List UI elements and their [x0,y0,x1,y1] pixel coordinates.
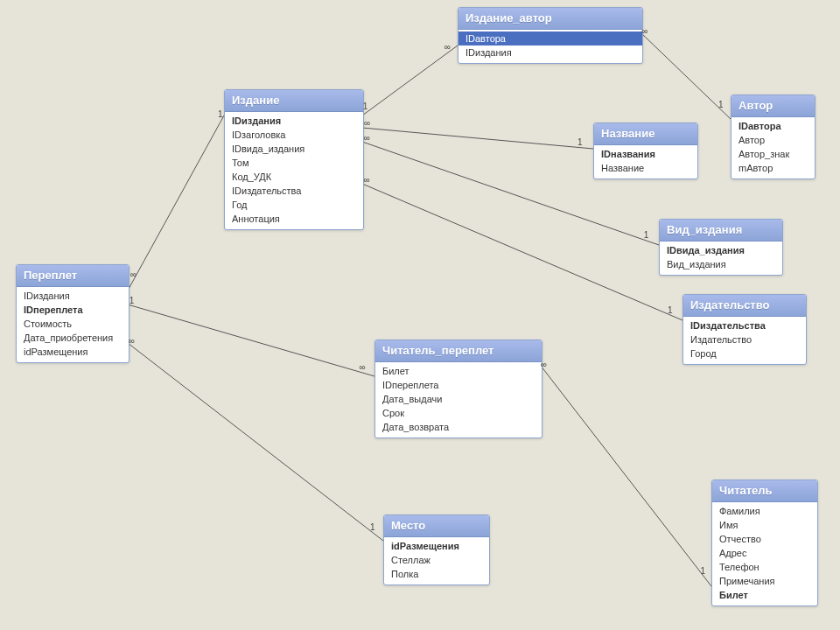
table-title: Место [384,515,489,537]
field[interactable]: Код_УДК [225,170,363,184]
svg-line-6 [128,304,374,376]
table-izdatelstvo[interactable]: Издательство IDиздательстваИздательствоГ… [682,294,807,365]
table-fields: IDназванияНазвание [594,145,697,178]
field[interactable]: Телефон [712,560,817,574]
svg-line-8 [541,366,711,586]
field[interactable]: Фамилия [712,504,817,518]
table-fields: IDавтораIDиздания [458,30,642,63]
svg-line-4 [362,184,682,320]
cardinality-label: 1 [130,296,135,305]
field[interactable]: Дата_выдачи [375,392,542,406]
field[interactable]: Автор_знак [732,147,815,161]
field[interactable]: Город [683,346,806,360]
cardinality-label: 1 [370,522,375,532]
table-fields: IDиздательстваИздательствоГород [683,317,806,364]
table-izdanie-avtor[interactable]: Издание_автор IDавтораIDиздания [458,7,643,64]
field[interactable]: IDвида_издания [225,142,363,156]
table-title: Автор [732,95,815,117]
cardinality-label: ∞ [364,175,370,185]
table-fields: ФамилияИмяОтчествоАдресТелефонПримечания… [712,502,817,606]
cardinality-label: 1 [644,230,649,240]
table-chitatel-pereplet[interactable]: Читатель_переплет БилетIDпереплетаДата_в… [374,340,542,438]
svg-line-2 [362,128,593,149]
cardinality-label: 1 [718,100,724,109]
cardinality-label: ∞ [364,118,370,128]
field[interactable]: Издательство [683,332,806,346]
field[interactable]: Дата_возврата [375,420,542,434]
svg-line-0 [362,46,458,116]
cardinality-label: ∞ [360,362,366,372]
field[interactable]: Имя [712,518,817,532]
field[interactable]: IDиздания [225,114,363,128]
diagram-canvas: Переплет IDизданияIDпереплетаСтоимостьДа… [0,0,840,630]
table-nazvanie[interactable]: Название IDназванияНазвание [593,122,698,179]
field[interactable]: Полка [384,567,489,581]
table-fields: IDвида_изданияВид_издания [660,242,782,275]
field[interactable]: Стеллаж [384,553,489,567]
field[interactable]: IDпереплета [375,378,542,392]
table-fields: IDизданияIDпереплетаСтоимостьДата_приобр… [17,287,129,362]
field[interactable]: IDназвания [594,147,697,161]
table-title: Издание [225,90,363,112]
table-fields: IDавтораАвторАвтор_знакmАвтор [732,117,815,178]
field[interactable]: Том [225,156,363,170]
field[interactable]: IDавтора [458,32,642,46]
svg-line-7 [128,343,383,541]
cardinality-label: ∞ [364,133,370,143]
field[interactable]: Билет [375,364,542,378]
field[interactable]: Стоимость [17,317,129,331]
field[interactable]: IDиздания [458,46,642,60]
table-vid-izdania[interactable]: Вид_издания IDвида_изданияВид_издания [659,219,783,276]
table-title: Название [594,123,697,145]
svg-line-5 [128,116,224,290]
table-avtor[interactable]: Автор IDавтораАвторАвтор_знакmАвтор [731,94,816,179]
cardinality-label: 1 [668,305,673,315]
svg-line-1 [641,33,731,119]
cardinality-label: ∞ [444,42,451,52]
field[interactable]: Отчество [712,532,817,546]
cardinality-label: 1 [700,566,705,576]
field[interactable]: idРазмещения [17,345,129,359]
field[interactable]: Дата_приобретения [17,331,129,345]
field[interactable]: IDзаголовка [225,128,363,142]
table-chitatel[interactable]: Читатель ФамилияИмяОтчествоАдресТелефонП… [711,480,818,606]
field[interactable]: IDавтора [732,119,815,133]
table-title: Переплет [17,265,129,287]
cardinality-label: 1 [578,137,583,147]
table-title: Вид_издания [660,220,782,242]
field[interactable]: Автор [732,133,815,147]
table-mesto[interactable]: Место idРазмещенияСтеллажПолка [383,514,490,585]
cardinality-label: ∞ [130,270,136,279]
table-fields: БилетIDпереплетаДата_выдачиСрокДата_возв… [375,362,542,438]
table-title: Читатель_переплет [375,340,542,362]
field[interactable]: Аннотация [225,212,363,226]
table-fields: idРазмещенияСтеллажПолка [384,537,489,584]
table-fields: IDизданияIDзаголовкаIDвида_изданияТомКод… [225,112,363,229]
field[interactable]: Адрес [712,546,817,560]
field[interactable]: idРазмещения [384,539,489,553]
table-title: Издательство [683,295,806,317]
field[interactable]: IDиздательства [225,184,363,198]
table-title: Читатель [712,480,817,502]
field[interactable]: IDвида_издания [660,243,782,257]
cardinality-label: 1 [218,109,223,119]
table-title: Издание_автор [458,8,642,30]
field[interactable]: Срок [375,406,542,420]
field[interactable]: IDпереплета [17,303,129,317]
table-pereplet[interactable]: Переплет IDизданияIDпереплетаСтоимостьДа… [16,264,130,363]
field[interactable]: Вид_издания [660,257,782,271]
field[interactable]: mАвтор [732,161,815,175]
field[interactable]: IDиздания [17,289,129,303]
field[interactable]: IDиздательства [683,318,806,332]
field[interactable]: Примечания [712,574,817,588]
field[interactable]: Название [594,161,697,175]
field[interactable]: Билет [712,588,817,602]
table-izdanie[interactable]: Издание IDизданияIDзаголовкаIDвида_издан… [224,89,364,230]
field[interactable]: Год [225,198,363,212]
